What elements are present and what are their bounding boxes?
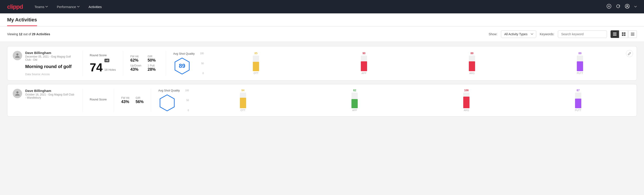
stats-section-2: FW Hit 43% GIR 56%	[121, 89, 144, 112]
col-label-putt: PUTT	[577, 72, 583, 74]
stat-label: FW Hit	[130, 55, 141, 58]
stat-value: 56%	[136, 100, 144, 104]
chart-columns-2: 94 OTT 82 APP	[190, 89, 631, 112]
svg-rect-8	[622, 32, 624, 34]
chart-col-putt: 89 PUTT	[529, 52, 631, 74]
add-icon[interactable]	[606, 4, 612, 10]
round-score-section: Round Score 74 +4 18 Holes	[90, 51, 116, 76]
bar-chart: 100 50 0 85 OTT	[200, 52, 631, 74]
divider	[82, 51, 82, 76]
col-bar-wrap	[469, 56, 475, 71]
col-value-putt: 89	[578, 52, 581, 55]
user-avatar-icon[interactable]	[625, 4, 630, 10]
svg-rect-7	[613, 35, 616, 36]
nav-teams[interactable]: Teams	[34, 3, 49, 10]
activity-title: Morning round of golf	[25, 64, 75, 69]
round-score-label-2: Round Score	[90, 98, 107, 101]
avg-sq-section-2: Avg Shot Quality 100 50 0 94	[158, 89, 631, 112]
svg-rect-12	[631, 32, 634, 33]
stat-value: 43%	[130, 67, 141, 72]
round-score-label: Round Score	[90, 54, 116, 57]
page-title: My Activities	[7, 17, 37, 26]
col-value-arg-2: 106	[464, 89, 468, 92]
col-value-app: 90	[362, 52, 365, 55]
chart-col-app: 90 APP	[313, 52, 415, 74]
col-bar-arg	[469, 61, 475, 71]
divider-2	[82, 89, 82, 112]
col-bar-wrap	[361, 56, 367, 71]
chart-area-2: 100 50 0 94 OTT 82	[185, 89, 631, 112]
chart-col-app-2: 82 APP	[302, 89, 408, 112]
col-bar-ott	[253, 62, 259, 71]
activity-card: Dave Billingham December 05, 2021 - Gog …	[7, 46, 637, 80]
svg-rect-14	[631, 34, 634, 34]
hex-score: 89	[179, 62, 185, 70]
chart-col-ott-2: 94 OTT	[190, 89, 296, 112]
col-value-arg: 89	[470, 52, 473, 55]
chart-col-arg: 89 ARG	[421, 52, 523, 74]
list-view-btn[interactable]	[610, 30, 619, 38]
y-axis-2: 100 50 0	[185, 89, 190, 112]
stats-section: FW Hit 62% GIR 50% Up/Down 43% 1 Putt 28…	[130, 51, 159, 76]
stats-grid-2: FW Hit 43% GIR 56%	[121, 96, 144, 104]
activities-list: Dave Billingham December 05, 2021 - Gog …	[0, 42, 644, 121]
big-score: 74	[90, 62, 103, 73]
avg-shot-quality-section: Avg Shot Quality 89 100 50 0	[173, 51, 631, 76]
stat-value: 62%	[130, 58, 141, 63]
data-source: Data Source: Arccos	[25, 73, 75, 76]
nav-activities[interactable]: Activities	[88, 3, 103, 10]
stat-label: GIR	[148, 55, 159, 58]
avatar-2	[13, 89, 22, 98]
stat-label: GIR	[136, 96, 144, 100]
compact-view-btn[interactable]	[628, 30, 637, 38]
filter-bar: Viewing 12 out of 29 Activities Show: Al…	[0, 27, 644, 42]
user-name-2: Dave Billingham	[25, 89, 75, 92]
round-score-row: 74 +4 18 Holes	[90, 59, 116, 73]
col-bar-putt	[577, 61, 583, 71]
activity-type-select[interactable]: All Activity Types	[501, 30, 536, 38]
chart-area: 100 50 0 85 OTT	[200, 52, 631, 74]
score-badge: +4	[104, 59, 110, 62]
divider-2c	[151, 89, 151, 112]
grid-view-btn[interactable]	[620, 30, 628, 38]
logo[interactable]: clippd	[7, 3, 23, 10]
user-dropdown-icon[interactable]	[634, 6, 637, 8]
card-left: Dave Billingham December 05, 2021 - Gog …	[13, 51, 75, 76]
stat-value: 28%	[148, 67, 159, 72]
y-axis: 100 50 0	[200, 52, 205, 74]
user-date: December 05, 2021 - Gog Magog Golf Club …	[25, 55, 75, 61]
round-score-section-2: Round Score	[90, 89, 107, 112]
edit-button[interactable]	[626, 50, 633, 57]
card-left-2: Dave Billingham October 16, 2021 - Gog M…	[13, 89, 75, 112]
user-info: Dave Billingham December 05, 2021 - Gog …	[25, 51, 75, 76]
divider	[166, 51, 166, 76]
stat-label: Up/Down	[130, 64, 141, 67]
nav-performance[interactable]: Performance	[56, 3, 80, 10]
svg-rect-11	[624, 34, 626, 36]
divider-2b	[114, 89, 114, 112]
viewing-text: Viewing 12 out of 29 Activities	[7, 32, 50, 36]
user-date-2: October 16, 2021 - Gog Magog Golf Club -…	[25, 93, 75, 99]
col-value-ott-2: 94	[242, 89, 244, 92]
stat-fw-hit: FW Hit 62%	[130, 55, 141, 63]
keywords-input[interactable]	[558, 30, 607, 38]
user-info-2: Dave Billingham October 16, 2021 - Gog M…	[25, 89, 75, 112]
svg-rect-9	[624, 32, 626, 34]
col-value-ott: 85	[254, 52, 257, 55]
page-header: My Activities	[0, 14, 644, 26]
navbar: clippd Teams Performance Activities	[0, 0, 644, 14]
refresh-icon[interactable]	[616, 4, 620, 10]
keywords-label: Keywords:	[540, 32, 554, 36]
chart-col-arg-2: 106 ARG	[413, 89, 520, 112]
stat-fw-hit-2: FW Hit 43%	[121, 96, 130, 104]
avg-sq-label-2: Avg Shot Quality	[158, 89, 180, 92]
stat-gir: GIR 50%	[148, 55, 159, 63]
svg-rect-10	[622, 34, 624, 36]
hex-shape-2	[158, 94, 176, 112]
stat-1putt: 1 Putt 28%	[148, 64, 159, 72]
stats-grid: FW Hit 62% GIR 50% Up/Down 43% 1 Putt 28…	[130, 55, 159, 72]
svg-rect-5	[613, 32, 616, 33]
col-label-arg: ARG	[469, 72, 475, 74]
col-value-app-2: 82	[353, 89, 356, 92]
col-value-putt-2: 87	[576, 89, 580, 92]
